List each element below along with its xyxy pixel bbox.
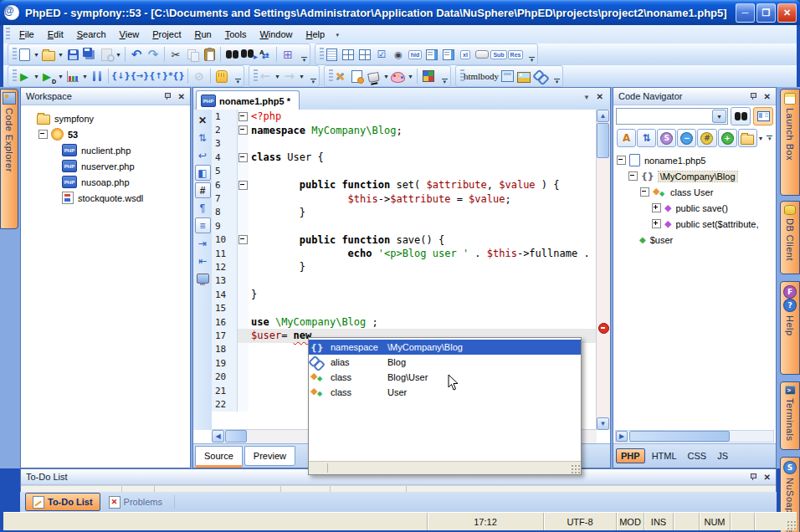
tab-list-dropdown-icon[interactable]: ▼ [583,94,590,101]
toolbar-overflow-chevron[interactable] [553,79,561,84]
autocomplete-item[interactable]: classBlog\User [309,370,581,385]
show-special-chars-button[interactable]: ¶ [195,200,211,216]
toolbar-run[interactable]: ▶ [16,68,33,84]
editor-view-tab-source[interactable]: Source [195,446,243,468]
dock-tab-launch-box[interactable]: Launch Box [780,89,800,196]
minimize-button[interactable]: ─ [736,3,755,23]
sort-by-type-button[interactable]: ⇅ [637,129,656,147]
toolbar-edit-field[interactable]: xI [457,46,474,63]
close-icon[interactable]: ✕ [764,92,771,101]
dropdown-arrow-icon[interactable]: ▼ [757,136,765,141]
fold-collapse-icon[interactable] [238,181,248,190]
tree-item[interactable]: ◆public save() [617,200,776,216]
toolbar-color-palette[interactable] [420,68,437,84]
find-button[interactable] [731,107,751,125]
panel-tab-to-do-list[interactable]: To-Do List [25,493,100,511]
toolbar-reset-button[interactable]: Res [507,46,524,63]
tree-item[interactable]: nusoap.php [26,174,188,190]
toolbar-new-document[interactable] [16,46,33,63]
dropdown-arrow-icon[interactable]: ▼ [298,74,305,79]
toolbar-overflow-chevron[interactable] [300,57,308,62]
tree-expander-icon[interactable] [652,219,661,228]
close-button[interactable]: ✕ [777,3,797,23]
fold-collapse-icon[interactable] [238,125,248,135]
tree-item[interactable]: nuserver.php [26,158,188,174]
scrollbar-thumb[interactable] [629,431,730,442]
toolbar-step-out[interactable]: {↑} [149,68,168,84]
fold-collapse-icon[interactable] [238,235,248,244]
toolbar-replace[interactable] [257,46,274,63]
dropdown-arrow-icon[interactable]: ▼ [274,74,281,79]
pin-icon[interactable] [164,92,172,100]
resize-grip[interactable] [571,464,580,473]
toolbar-step-over[interactable]: {→} [131,68,150,84]
editor-vertical-scrollbar[interactable]: ▲ ▼ [596,110,610,430]
toolbar-text-field[interactable] [340,46,356,63]
maximize-button[interactable]: ❐ [756,3,776,23]
toolbar-fill-color[interactable] [366,68,382,84]
tree-item[interactable]: sympfony [26,110,188,126]
sort-alphabetically-button[interactable]: A [617,129,636,147]
dropdown-arrow-icon[interactable]: ▼ [115,52,122,58]
toolbar-radio-button[interactable]: ◉ [390,46,407,63]
toolbar-checkbox[interactable]: ☑ [373,46,390,63]
toolbar-breakpoint-hand[interactable] [213,68,230,84]
toolbar-body-tag[interactable]: body [480,68,499,84]
tree-item[interactable]: {}\MyCompany\Blog [617,168,776,184]
error-line-marker[interactable] [598,323,609,334]
toolbar-save[interactable] [64,46,81,63]
toolbar-stop[interactable]: ⊘ [191,68,208,84]
tree-expander-icon[interactable] [38,130,48,139]
toolbar-overflow-chevron[interactable] [310,79,317,84]
toolbar-overflow-chevron[interactable] [234,79,242,84]
toolbar-run-in-debugger[interactable]: ▶ [40,68,57,84]
toolbar-overflow-chevron[interactable] [528,57,536,62]
menu-item-window[interactable]: Window [253,27,299,42]
autocomplete-item[interactable]: {}namespace\MyCompany\Blog [309,340,581,355]
toolbar-back[interactable]: ← [257,68,274,84]
dropdown-arrow-icon[interactable]: ▼ [382,74,390,79]
toolbar-cut[interactable]: ✂ [167,46,184,63]
toolbar-table[interactable] [356,46,373,63]
scrollbar-thumb[interactable] [225,430,247,442]
line-numbers-button[interactable]: # [195,182,211,198]
toolbar-textarea[interactable] [423,46,440,63]
toolbar-insert-image[interactable] [515,68,532,84]
status-resize[interactable] [754,513,797,530]
toolbar-run-to-cursor[interactable]: *{} [168,68,185,84]
navigator-tab-html[interactable]: HTML [648,449,681,463]
tree-item[interactable]: ◆public set($attribute, [617,216,776,232]
pin-icon[interactable] [750,92,757,100]
split-editor-button[interactable]: ⇅ [195,130,211,146]
navigator-tab-php[interactable]: PHP [616,448,645,463]
menu-item-file[interactable]: File [13,27,41,42]
toolbar-frames[interactable] [499,68,515,84]
scroll-up-icon[interactable]: ▲ [597,110,609,122]
tree-item[interactable]: class User [617,184,776,200]
word-wrap-button[interactable]: ↩ [195,147,211,163]
toolbar-form[interactable] [323,46,340,63]
toolbar-listbox[interactable] [440,46,457,63]
editor-close-icon[interactable]: ✕ [597,92,603,101]
editor-view-tab-preview[interactable]: Preview [244,446,295,466]
toolbar-find[interactable] [223,46,240,63]
panel-view-toggle[interactable] [753,107,773,125]
menu-overflow-chevron[interactable]: ▾ [333,33,341,36]
toolbar-print-preview[interactable] [98,46,115,63]
menu-item-view[interactable]: View [113,27,146,42]
pin-icon[interactable] [750,473,757,481]
close-icon[interactable]: ✕ [764,473,771,482]
scroll-down-icon[interactable]: ▼ [597,417,609,430]
toolbar-insert-link[interactable] [532,68,549,84]
dock-tab-help[interactable]: F?Help [780,281,800,375]
toolbar-find-next[interactable]: ▸ [240,46,257,63]
dock-tab-db-client[interactable]: DB Client [780,201,800,274]
editor-file-tab[interactable]: noname1.php5 * [196,90,300,110]
chevron-down-icon[interactable]: ▼ [712,110,726,123]
toolbar-overflow-chevron[interactable] [441,79,449,84]
tree-item[interactable]: noname1.php5 [617,152,776,168]
fold-collapse-icon[interactable] [238,153,248,162]
tree-expander-icon[interactable] [617,156,626,165]
tree-expander-icon[interactable] [652,203,661,212]
dropdown-arrow-icon[interactable]: ▼ [407,74,414,79]
